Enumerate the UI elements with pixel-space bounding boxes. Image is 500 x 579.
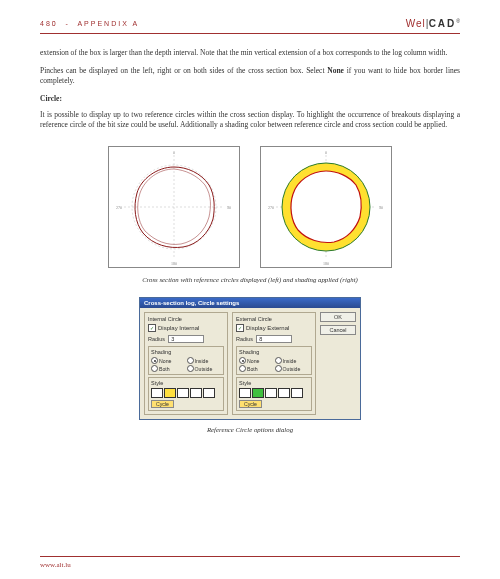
svg-text:90: 90 (227, 205, 231, 210)
external-shading-none-radio[interactable] (239, 357, 246, 364)
internal-shading-both-radio[interactable] (151, 365, 158, 372)
ok-button[interactable]: OK (320, 312, 356, 322)
svg-text:180: 180 (171, 261, 177, 266)
cross-section-left: 0 90 180 270 (108, 146, 240, 268)
display-external-label: Display External (246, 325, 289, 331)
external-shading-inside-radio[interactable] (275, 357, 282, 364)
figure-row: 0 90 180 270 0 90 180 270 (40, 146, 460, 268)
external-shading-outside-radio[interactable] (275, 365, 282, 372)
internal-shading-outside-radio[interactable] (187, 365, 194, 372)
external-swatches[interactable] (239, 388, 309, 398)
internal-shading-label: Shading (151, 349, 221, 355)
external-group-label: External Circle (236, 316, 312, 322)
figure1-caption: Cross section with reference circles dis… (40, 276, 460, 283)
header-left: 480 - APPENDIX A (40, 20, 139, 27)
cross-section-right: 0 90 180 270 (260, 146, 392, 268)
footer-url: www.alt.lu (40, 561, 71, 569)
display-internal-label: Display Internal (158, 325, 199, 331)
circle-heading: Circle: (40, 94, 460, 103)
figure2-caption: Reference Circle options dialog (40, 426, 460, 433)
para-circle: It is possible to display up to two refe… (40, 110, 460, 130)
internal-radius-label: Radius (148, 336, 165, 342)
cancel-button[interactable]: Cancel (320, 325, 356, 335)
svg-text:0: 0 (325, 150, 327, 155)
para-pinches: Pinches can be displayed on the left, ri… (40, 66, 460, 86)
svg-text:180: 180 (323, 261, 329, 266)
internal-radius-input[interactable]: 3 (168, 335, 204, 343)
external-circle-group: External Circle ✓ Display External Radiu… (232, 312, 316, 415)
internal-shading-inside-radio[interactable] (187, 357, 194, 364)
display-internal-checkbox[interactable]: ✓ (148, 324, 156, 332)
logo-cad: CAD (429, 18, 457, 29)
internal-swatches[interactable] (151, 388, 221, 398)
page-header: 480 - APPENDIX A Wel|CAD® (40, 18, 460, 34)
display-external-checkbox[interactable]: ✓ (236, 324, 244, 332)
logo: Wel|CAD® (406, 18, 460, 29)
internal-circle-group: Internal Circle ✓ Display Internal Radiu… (144, 312, 228, 415)
page-footer: www.alt.lu (40, 556, 460, 569)
circle-settings-dialog: Cross-section log, Circle settings Inter… (139, 297, 361, 420)
logo-wel: Wel (406, 18, 426, 29)
external-style-label: Style (239, 380, 309, 386)
section-name: APPENDIX A (77, 20, 139, 27)
external-cycle-button[interactable]: Cycle (239, 400, 262, 408)
internal-shading-none-radio[interactable] (151, 357, 158, 364)
external-shading-label: Shading (239, 349, 309, 355)
external-radius-input[interactable]: 8 (256, 335, 292, 343)
svg-text:0: 0 (173, 150, 175, 155)
page-number: 480 (40, 20, 58, 27)
internal-cycle-button[interactable]: Cycle (151, 400, 174, 408)
svg-text:270: 270 (268, 205, 274, 210)
svg-text:270: 270 (116, 205, 122, 210)
dialog-title: Cross-section log, Circle settings (140, 298, 360, 308)
internal-group-label: Internal Circle (148, 316, 224, 322)
external-shading-both-radio[interactable] (239, 365, 246, 372)
para-ext: extension of the box is larger than the … (40, 48, 460, 58)
svg-text:90: 90 (379, 205, 383, 210)
internal-style-label: Style (151, 380, 221, 386)
dialog-figure: Cross-section log, Circle settings Inter… (40, 297, 460, 420)
external-radius-label: Radius (236, 336, 253, 342)
